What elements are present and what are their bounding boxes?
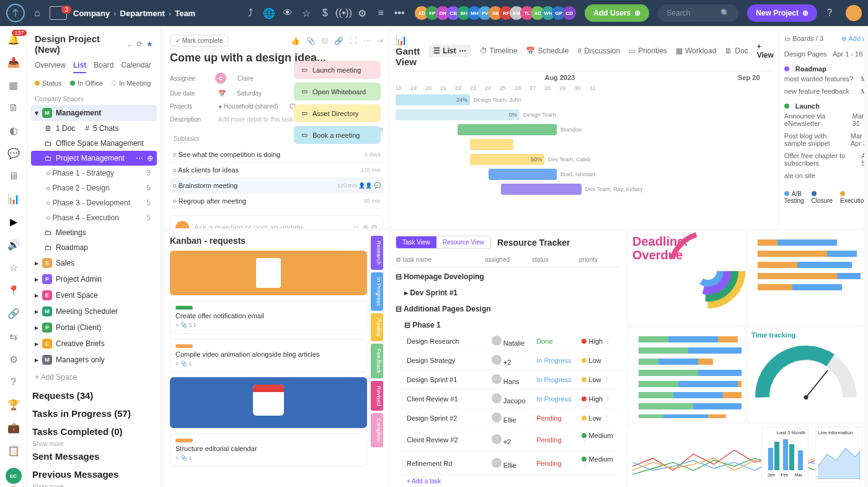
sidebar-link[interactable]: Tasks in Progress (57) [32,404,156,422]
table-row[interactable]: Design Sprint #1 HansIn ProgressLow ⋮ [396,370,621,390]
thumbs-icon[interactable]: 👍 [291,37,300,45]
sidebar-link[interactable]: Tasks Completed (0) [32,422,156,440]
new-project-button[interactable]: New Project⊕ [747,4,817,22]
presence-avatars[interactable]: ADFPDRCBBHMHPVSBRFKMTLACWHGPCD [418,6,576,20]
kanban-card[interactable]: Create offer notification email≡ 📎 3 1 [170,300,367,334]
sidebar-link[interactable]: Sent Messages [32,447,156,465]
gantt-tab-list[interactable]: ☰ List ⋯ [428,45,471,57]
broadcast-icon[interactable]: ((•)) [335,4,352,22]
folder-pm[interactable]: 🗀Project Management⋯⊕ [31,151,157,166]
app-logo[interactable] [6,4,25,22]
space-item[interactable]: ▸CCreative Briefs [31,336,157,352]
collapse-icon[interactable]: ⇥ [377,37,383,45]
more-icon[interactable]: ⋯ [363,37,371,45]
phase-item[interactable]: ○ Phase 2 - Design5 [31,181,157,195]
space-management[interactable]: ▾MManagement [31,105,157,121]
time-icon[interactable]: ◐ [7,125,20,136]
chevron-down-icon[interactable]: ⌄ [126,40,133,48]
trophy-icon[interactable]: 🏆 [7,399,20,411]
tab-list[interactable]: List [73,61,86,73]
folder-office[interactable]: 🗀Office Space Management [31,136,157,151]
eye-icon[interactable]: 👁 [279,4,296,22]
kanban-lane-tab[interactable]: Research [371,236,383,270]
globe-icon[interactable]: 🌐 [260,4,278,22]
gear-icon[interactable]: ⚙ [353,4,371,22]
chat-icon[interactable]: 💬 [7,148,20,159]
add-task-link[interactable]: + Add a task [396,475,621,485]
sidebar-link[interactable]: Requests (34) [32,386,156,404]
tab-calendar[interactable]: Calendar [121,61,151,73]
notifications-icon[interactable]: 🔔137 [7,34,20,45]
add-widget-button[interactable]: ⊕ Add widget [841,35,864,43]
dashboard-icon[interactable]: ▦ [7,79,20,91]
phase-item[interactable]: ○ Phase 3 - Development5 [31,195,157,210]
gantt-tab-schedule[interactable]: 📅 Schedule [526,47,569,55]
location-icon[interactable]: 📍 [7,285,20,297]
quick-action[interactable]: ▭Asset Directory [294,104,381,122]
settings-icon[interactable]: ⚙ [7,354,20,365]
space-item[interactable]: ▸EEvent Space [31,287,157,303]
space-item[interactable]: ▸MMeeting Scheduler [31,303,157,319]
kanban-lane-tab[interactable]: Review [371,313,383,342]
help-icon[interactable]: ? [821,4,838,22]
audio-icon[interactable]: 🔊 [7,239,20,251]
quick-action[interactable]: ▭Book a meeting [294,126,381,144]
play-icon[interactable]: ▶ [7,216,20,228]
kanban-lane-tab[interactable]: In Progress [371,272,383,311]
gantt-tab-doc[interactable]: 🗎 Doc [725,47,748,55]
docs-icon[interactable]: 🗎 [7,102,20,114]
home-icon[interactable]: ⌂ [29,4,46,22]
folder-meetings[interactable]: 🗀Meetings [31,225,157,240]
quick-action[interactable]: ▭Open Whiteboard [294,83,381,101]
phase-item[interactable]: ○ Phase 4 - Execution5 [31,210,157,225]
table-row[interactable]: Design Research NatalieDoneHigh ⋮ [396,332,621,351]
share-icon[interactable]: ⤴ [242,4,259,22]
gantt-tab-timeline[interactable]: ⏱ Timeline [480,47,518,55]
subtask-row[interactable]: ○ Regroup after meeting85 min [170,194,383,209]
add-users-button[interactable]: Add Users⊕ [585,4,649,22]
favorites-icon[interactable]: ☆ [7,262,20,274]
tracker-view-toggle[interactable]: Task View Resource View [396,236,491,249]
add-space-button[interactable]: + Add Space [31,368,157,386]
mark-complete-button[interactable]: ✓ Mark complete [170,35,228,47]
copylink-icon[interactable]: 🔗 [334,37,343,45]
space-item[interactable]: ▸PProject Admin [31,271,157,287]
sidebar-link[interactable]: Previous Messages [32,465,156,483]
table-row[interactable]: Cleint Review #2 +2PendingMedium ⋮ [396,428,621,452]
kanban-card[interactable]: Structure editorial calendar≡ 📎 1 [170,433,367,467]
search-input[interactable]: Search🔍 [658,4,738,22]
filter-icon[interactable]: ≡ [372,4,389,22]
star-fill-icon[interactable]: ★ [146,40,153,48]
gantt-tab-discussion[interactable]: # Discussion [577,47,620,55]
subtask-row[interactable]: ○ Ask clients for ideas135 min [170,163,383,178]
subtask-row[interactable]: ○ See what the competition is doing3 day… [170,147,383,163]
doc-chats[interactable]: 🗎1 Doc#5 Chats [31,121,157,136]
reports-icon[interactable]: 📊 [7,193,20,205]
kanban-lane-tab[interactable]: Revised [371,381,383,411]
dollar-icon[interactable]: $ [316,4,334,22]
connections-icon[interactable]: ⇆ [7,331,20,342]
add-milestone-link[interactable]: + Add a milestone [396,485,621,487]
space-item[interactable]: ▸PPortal (Client) [31,319,157,336]
inbox-icon[interactable]: 3 [50,4,67,22]
comment-input[interactable]: Ask a question or post an update... ☺ ⊕ … [170,215,383,228]
user-avatar[interactable] [846,5,862,21]
gantt-tab-workload[interactable]: ▦ Workload [676,47,716,55]
more-icon[interactable]: ••• [391,4,408,22]
kanban-lane-tab[interactable]: Complete [371,413,383,447]
inbox-tray-icon[interactable]: 📥 [7,56,20,68]
tab-overview[interactable]: Overview [35,61,66,73]
space-item[interactable]: ▸SSales [31,255,157,271]
star-icon[interactable]: ☆ [298,4,315,22]
table-row[interactable]: Refinement Rd ElliePendingMedium ⋮ [396,452,621,475]
gantt-tab-priorities[interactable]: ▭ Priorities [629,47,667,55]
attach-icon[interactable]: 📎 [306,37,316,45]
quick-action[interactable]: ▭Launch meeting [294,61,381,79]
tab-board[interactable]: Board [94,61,113,73]
kanban-card[interactable] [170,377,367,428]
expand-icon[interactable]: ⛶ [350,37,357,45]
refresh-icon[interactable]: ⟳ [136,40,143,48]
phase-item[interactable]: ○ Phase 1 - Strategy3 [31,166,157,181]
add-view-button[interactable]: + View [757,42,774,60]
support-icon[interactable]: ? [7,377,20,388]
